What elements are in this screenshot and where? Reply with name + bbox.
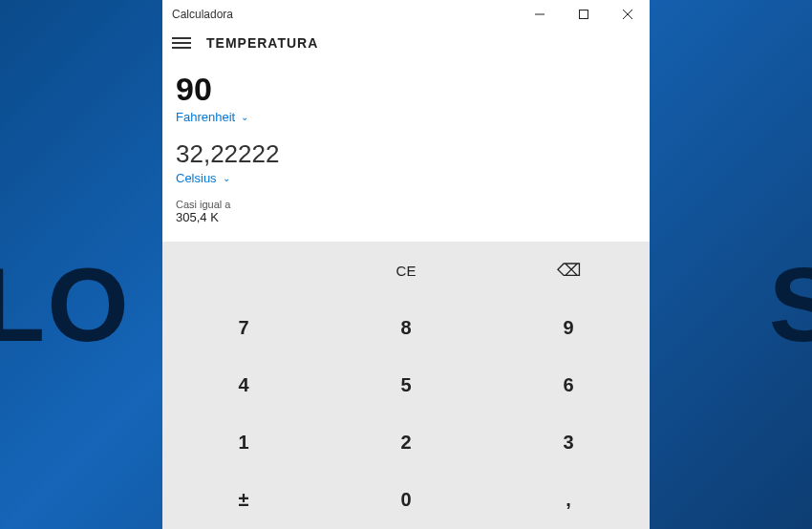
background-watermark-left: LO <box>0 243 131 365</box>
input-value[interactable]: 90 <box>176 71 636 108</box>
approx-label: Casi igual a <box>176 199 636 210</box>
key-9[interactable]: 9 <box>487 299 650 356</box>
titlebar: Calculadora <box>162 0 650 29</box>
key-3[interactable]: 3 <box>487 414 650 472</box>
key-4[interactable]: 4 <box>162 356 325 413</box>
input-unit-label: Fahrenheit <box>176 110 235 124</box>
mode-title: TEMPERATURA <box>206 35 318 51</box>
key-decimal[interactable]: , <box>487 472 650 529</box>
approx-value: 305,4 K <box>176 210 636 224</box>
key-blank <box>162 242 325 299</box>
key-backspace[interactable]: ⌫ <box>487 242 650 299</box>
key-1[interactable]: 1 <box>162 414 325 472</box>
backspace-icon: ⌫ <box>557 260 581 281</box>
menu-icon[interactable] <box>172 34 191 52</box>
key-5[interactable]: 5 <box>325 356 487 413</box>
output-value[interactable]: 32,22222 <box>176 139 636 169</box>
close-button[interactable] <box>606 0 650 29</box>
calculator-window: Calculadora TEMPERATURA 90 Fahrenheit ⌄ … <box>162 0 650 529</box>
window-controls <box>518 0 650 29</box>
key-0[interactable]: 0 <box>325 472 487 529</box>
key-8[interactable]: 8 <box>325 299 487 356</box>
header: TEMPERATURA <box>162 29 650 61</box>
output-unit-label: Celsius <box>176 171 217 185</box>
key-7[interactable]: 7 <box>162 299 325 356</box>
keypad: CE ⌫ 7 8 9 4 5 6 1 2 3 ± 0 , <box>162 242 650 529</box>
chevron-down-icon: ⌄ <box>241 112 248 122</box>
window-title: Calculadora <box>172 8 233 21</box>
output-unit-selector[interactable]: Celsius ⌄ <box>176 171 636 185</box>
key-2[interactable]: 2 <box>325 414 487 472</box>
chevron-down-icon: ⌄ <box>223 173 230 183</box>
key-sign[interactable]: ± <box>162 472 325 529</box>
background-watermark-right: S <box>769 243 812 365</box>
maximize-button[interactable] <box>562 0 606 29</box>
minimize-button[interactable] <box>518 0 562 29</box>
input-unit-selector[interactable]: Fahrenheit ⌄ <box>176 110 636 124</box>
key-clear-entry[interactable]: CE <box>325 242 487 299</box>
display-area: 90 Fahrenheit ⌄ 32,22222 Celsius ⌄ Casi … <box>162 61 650 234</box>
key-6[interactable]: 6 <box>487 356 650 413</box>
svg-rect-1 <box>580 11 588 19</box>
